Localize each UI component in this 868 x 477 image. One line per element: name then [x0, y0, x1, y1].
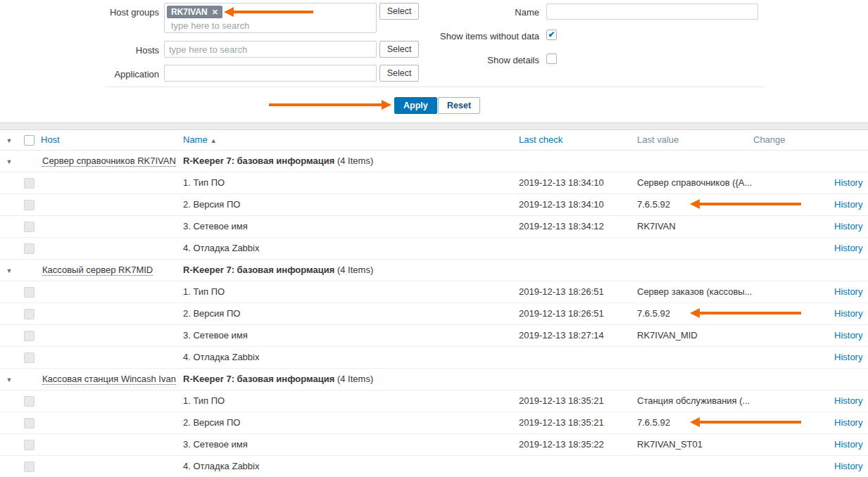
sort-ascending-icon: ▲: [210, 137, 217, 144]
hosts-select-button[interactable]: Select: [379, 41, 419, 58]
last-check-value: 2019-12-13 18:35:21: [517, 412, 636, 433]
item-checkbox[interactable]: [24, 178, 34, 189]
item-row: 4. Отладка ZabbixHistory: [0, 237, 868, 259]
item-checkbox[interactable]: [24, 243, 34, 254]
item-name: 3. Сетевое имя: [182, 433, 517, 455]
host-column-header[interactable]: Host: [39, 130, 182, 150]
item-checkbox[interactable]: [24, 287, 34, 298]
collapse-icon[interactable]: ▼: [6, 376, 13, 383]
item-checkbox[interactable]: [24, 418, 34, 428]
apply-button[interactable]: Apply: [394, 97, 437, 114]
item-name: 1. Тип ПО: [182, 390, 517, 412]
latest-data-table: ▼ Host Name▲ Last check Last value Chang…: [0, 130, 868, 477]
item-checkbox[interactable]: [24, 396, 34, 407]
application-name: R-Keeper 7: базовая информация: [183, 265, 334, 275]
chip-remove-icon[interactable]: ✕: [212, 8, 218, 16]
hosts-label: Hosts: [136, 45, 159, 56]
host-group-row: ▼Кассовый сервер RK7MIDR-Keeper 7: базов…: [0, 259, 868, 281]
name-filter-input[interactable]: [546, 4, 758, 20]
application-name: R-Keeper 7: базовая информация: [183, 155, 334, 166]
last-check-value: [517, 237, 636, 259]
last-check-value: 2019-12-13 18:34:10: [517, 172, 636, 193]
host-link[interactable]: Кассовый сервер RK7MID: [42, 265, 153, 276]
history-link[interactable]: History: [834, 243, 862, 253]
filter-panel: Host groups RK7IVAN ✕ type here to searc…: [0, 0, 868, 122]
application-select-button[interactable]: Select: [379, 65, 419, 82]
change-value: [752, 281, 833, 303]
reset-button[interactable]: Reset: [438, 97, 480, 114]
item-name: 4. Отладка Zabbix: [182, 237, 517, 259]
collapse-icon[interactable]: ▼: [6, 158, 13, 165]
show-items-without-data-checkbox[interactable]: ✔: [546, 30, 557, 40]
item-row: 2. Версия ПО2019-12-13 18:26:517.6.5.92H…: [0, 303, 868, 324]
change-value: [752, 433, 833, 455]
host-group-row: ▼Кассовая станция Wincash IvanR-Keeper 7…: [0, 368, 868, 390]
change-value: [752, 215, 833, 237]
host-group-row: ▼Сервер справочников RK7IVANR-Keeper 7: …: [0, 150, 868, 172]
host-groups-search-placeholder[interactable]: type here to search: [171, 20, 249, 31]
collapse-all-icon[interactable]: ▼: [6, 137, 13, 144]
select-all-checkbox[interactable]: [24, 135, 34, 146]
collapse-icon[interactable]: ▼: [6, 267, 13, 274]
history-link[interactable]: History: [834, 177, 862, 188]
change-value: [752, 172, 833, 193]
application-name: R-Keeper 7: базовая информация: [183, 374, 334, 384]
filter-divider: [106, 87, 764, 87]
last-value: Сервер справочников ({A...: [636, 172, 752, 193]
change-value: [752, 455, 833, 477]
item-name: 3. Сетевое имя: [182, 215, 517, 237]
last-value: [636, 346, 752, 368]
item-name: 2. Версия ПО: [182, 412, 517, 433]
last-value: 7.6.5.92: [636, 193, 752, 215]
history-link[interactable]: History: [834, 395, 862, 406]
item-name: 1. Тип ПО: [182, 281, 517, 303]
change-value: [752, 303, 833, 324]
item-row: 1. Тип ПО2019-12-13 18:35:21Станция обсл…: [0, 390, 868, 412]
item-checkbox[interactable]: [24, 200, 34, 210]
last-check-value: 2019-12-13 18:34:12: [517, 215, 636, 237]
last-value: RK7IVAN_ST01: [636, 433, 752, 455]
item-name: 1. Тип ПО: [182, 172, 517, 193]
last-check-value: 2019-12-13 18:34:10: [517, 193, 636, 215]
hosts-input[interactable]: [164, 41, 377, 58]
last-check-column-header[interactable]: Last check: [517, 130, 636, 150]
item-row: 1. Тип ПО2019-12-13 18:26:51Сервер заказ…: [0, 281, 868, 303]
host-link[interactable]: Сервер справочников RK7IVAN: [42, 155, 176, 167]
latest-data-page: Host groups RK7IVAN ✕ type here to searc…: [0, 0, 868, 477]
change-value: [752, 412, 833, 433]
last-value: RK7IVAN: [636, 215, 752, 237]
last-check-value: [517, 455, 636, 477]
last-value: Сервер заказов (кассовы...: [636, 281, 752, 303]
host-link[interactable]: Кассовая станция Wincash Ivan: [42, 374, 176, 385]
name-column-header[interactable]: Name▲: [182, 130, 517, 150]
host-groups-select-button[interactable]: Select: [379, 3, 419, 20]
history-link[interactable]: History: [834, 439, 862, 450]
history-link[interactable]: History: [834, 286, 862, 297]
show-details-label: Show details: [487, 55, 539, 65]
item-checkbox[interactable]: [24, 462, 34, 472]
history-link[interactable]: History: [834, 221, 862, 231]
history-link[interactable]: History: [834, 199, 862, 210]
history-link[interactable]: History: [834, 461, 862, 471]
history-link[interactable]: History: [834, 352, 862, 362]
item-checkbox[interactable]: [24, 352, 34, 363]
item-checkbox[interactable]: [24, 440, 34, 450]
application-item-count: (4 Items): [337, 374, 373, 384]
history-link[interactable]: History: [834, 330, 862, 341]
host-group-chip-label: RK7IVAN: [171, 7, 208, 17]
table-header-row: ▼ Host Name▲ Last check Last value Chang…: [0, 130, 868, 150]
history-link[interactable]: History: [834, 417, 862, 428]
change-value: [752, 346, 833, 368]
history-link[interactable]: History: [834, 308, 862, 319]
host-group-chip[interactable]: RK7IVAN ✕: [167, 6, 222, 18]
show-items-without-data-label: Show items without data: [440, 31, 539, 42]
item-checkbox[interactable]: [24, 222, 34, 232]
host-groups-multiselect[interactable]: RK7IVAN ✕ type here to search: [164, 3, 377, 33]
item-checkbox[interactable]: [24, 331, 34, 341]
item-checkbox[interactable]: [24, 309, 34, 319]
show-details-checkbox[interactable]: [546, 53, 557, 64]
item-name: 4. Отладка Zabbix: [182, 455, 517, 477]
last-check-value: 2019-12-13 18:26:51: [517, 281, 636, 303]
application-input[interactable]: [164, 65, 377, 82]
application-label: Application: [114, 69, 159, 80]
